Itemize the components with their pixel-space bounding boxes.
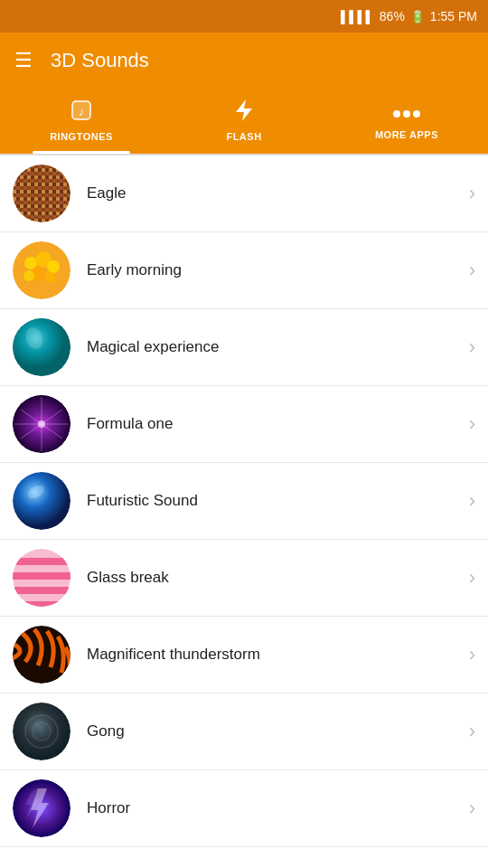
item-thumbnail [13, 395, 70, 453]
app-title: 3D Sounds [51, 49, 149, 72]
item-thumbnail [13, 703, 70, 760]
svg-point-31 [38, 420, 45, 428]
svg-text:♪: ♪ [79, 105, 85, 118]
svg-point-16 [45, 272, 56, 283]
list-item[interactable]: Formula one › [0, 386, 488, 463]
chevron-right-icon: › [469, 489, 475, 513]
item-label: Glass break [87, 569, 462, 587]
item-label: Horror [87, 799, 462, 817]
chevron-right-icon: › [469, 566, 475, 590]
tab-more-apps-label: MORE APPS [375, 129, 438, 140]
tab-bar: ♪ RINGTONES FLASH MORE APPS [0, 89, 488, 154]
chevron-right-icon: › [469, 643, 475, 666]
item-label: Magical experience [87, 338, 462, 356]
battery-icon: 🔋 [410, 10, 425, 24]
svg-point-42 [13, 703, 70, 760]
item-thumbnail [13, 779, 70, 837]
tab-flash-label: FLASH [226, 131, 261, 142]
svg-point-17 [23, 270, 34, 281]
chevron-right-icon: › [469, 412, 475, 436]
svg-rect-36 [13, 572, 70, 580]
svg-rect-35 [13, 558, 70, 565]
svg-rect-38 [13, 601, 70, 607]
svg-point-5 [413, 110, 420, 118]
item-label: Futuristic Sound [87, 492, 462, 510]
list-item[interactable]: Eagle › [0, 156, 488, 232]
more-apps-icon [392, 100, 421, 126]
list-item[interactable]: Glass break › [0, 540, 488, 617]
chevron-right-icon: › [469, 720, 475, 743]
item-label: Eagle [87, 184, 462, 203]
item-label: Magnificent thunderstorm [87, 646, 462, 664]
item-thumbnail [13, 549, 70, 607]
tab-ringtones[interactable]: ♪ RINGTONES [0, 89, 163, 151]
battery-percent: 86% [380, 9, 405, 24]
item-label: Gong [87, 722, 462, 741]
item-thumbnail [13, 241, 70, 299]
flash-icon [234, 99, 254, 127]
item-label: Early morning [87, 261, 462, 279]
tab-ringtones-label: RINGTONES [50, 131, 113, 142]
svg-point-10 [13, 165, 70, 222]
tab-flash[interactable]: FLASH [163, 89, 325, 151]
svg-point-14 [47, 260, 60, 273]
list-item[interactable]: Futuristic Sound › [0, 463, 488, 540]
svg-marker-2 [236, 99, 252, 121]
svg-point-19 [13, 318, 70, 376]
status-bar: ▌▌▌▌ 86% 🔋 1:55 PM [0, 0, 488, 33]
clock: 1:55 PM [430, 9, 477, 24]
chevron-right-icon: › [469, 335, 475, 359]
tab-more-apps[interactable]: MORE APPS [325, 89, 488, 151]
chevron-right-icon: › [469, 182, 475, 205]
item-label: Formula one [87, 415, 462, 433]
item-thumbnail [13, 318, 70, 376]
list-item[interactable]: Magnificent thunderstorm › [0, 617, 488, 693]
item-thumbnail [13, 626, 70, 684]
chevron-right-icon: › [469, 797, 475, 820]
svg-rect-37 [13, 587, 70, 594]
list-item[interactable]: Magical experience › [0, 309, 488, 386]
item-thumbnail [13, 165, 70, 222]
chevron-right-icon: › [469, 259, 475, 282]
list-item[interactable]: Early morning › [0, 232, 488, 309]
app-header: ☰ 3D Sounds [0, 33, 488, 89]
item-thumbnail [13, 472, 70, 530]
signal-icon: ▌▌▌▌ [341, 10, 374, 24]
svg-point-32 [13, 472, 70, 530]
ringtones-icon: ♪ [70, 99, 93, 127]
sound-list: Eagle › Early morning › [0, 156, 488, 868]
svg-point-3 [393, 110, 400, 118]
menu-icon[interactable]: ☰ [14, 49, 33, 72]
list-item[interactable]: Horror › [0, 770, 488, 847]
svg-point-4 [403, 110, 410, 118]
list-item[interactable]: Gong › [0, 693, 488, 770]
